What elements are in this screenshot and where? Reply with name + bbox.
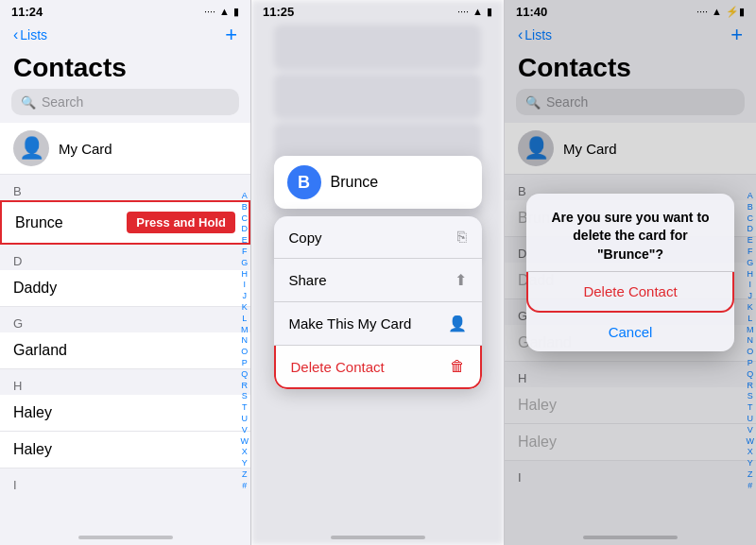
menu-item-delete-label: Delete Contact [291,359,385,375]
alert-overlay: Are you sure you want to delete the card… [505,0,756,545]
my-card-label-1: My Card [59,141,112,157]
person-circle-icon: 👤 [448,315,467,332]
search-icon-1: 🔍 [21,95,36,110]
alpha-b: B [241,202,249,213]
alpha-w: W [241,436,249,447]
alpha-z: Z [241,469,249,480]
alpha-t: T [241,402,249,413]
contact-daddy-1[interactable]: Daddy [0,270,250,307]
alpha-k: K [241,302,249,313]
alpha-hash: # [241,481,249,491]
section-i-1: I [0,468,250,494]
home-indicator-2 [331,536,425,539]
alpha-g: G [241,258,249,268]
alpha-s: S [241,391,249,401]
trash-icon: 🗑 [450,358,465,375]
contact-name-haley1-1: Haley [13,404,52,421]
context-contact-name: Brunce [331,174,379,191]
home-indicator-1 [78,536,173,539]
contact-name-brunce-1: Brunce [15,214,63,231]
panel-2: 11:25 ···· ▲ ▮ B Brunce Copy ⎘ Share ⬆ [251,0,505,545]
chevron-left-icon: ‹ [13,26,18,43]
contact-brunce-1[interactable]: Brunce Press and Hold [0,200,250,245]
alpha-p: P [241,358,249,368]
alpha-f: F [241,247,249,257]
contact-name-daddy-1: Daddy [13,280,57,297]
contact-name-garland-1: Garland [13,342,67,359]
panel-1: 11:24 ···· ▲ ▮ ‹ Lists + Contacts 🔍 Sear… [0,0,251,545]
status-bar-1: 11:24 ···· ▲ ▮ [0,0,250,21]
alpha-j: J [241,291,249,301]
menu-item-make-my-card[interactable]: Make This My Card 👤 [274,302,482,346]
panel-3: 11:40 ···· ▲ ⚡▮ ‹ Lists + Contacts 🔍 Sea… [505,0,756,545]
copy-icon: ⎘ [457,229,467,246]
context-initial: B [298,173,310,193]
press-hold-badge: Press and Hold [127,212,235,233]
section-b-1: B [0,175,250,200]
alpha-index-1: A B C D E F G H I J K L M N O P Q R S T … [239,189,251,493]
back-label-1: Lists [20,27,47,43]
alpha-c: C [241,213,249,224]
delete-contact-button[interactable]: Delete Contact [526,272,734,313]
alpha-a: A [241,191,249,201]
contact-garland-1[interactable]: Garland [0,332,250,369]
contact-haley1-1[interactable]: Haley [0,395,250,432]
context-contact-card: B Brunce [274,156,482,209]
section-h-1: H [0,369,250,395]
alert-buttons: Delete Contact Cancel [526,271,734,351]
signal-icon: ···· [204,6,215,17]
menu-item-copy[interactable]: Copy ⎘ [274,216,482,259]
alpha-u: U [241,414,249,424]
context-menu-list: Copy ⎘ Share ⬆ Make This My Card 👤 Delet… [274,216,482,389]
alpha-q: Q [241,369,249,380]
menu-item-share-label: Share [289,272,327,288]
section-d-1: D [0,245,250,270]
battery-icon: ▮ [233,6,239,18]
alpha-e: E [241,235,249,246]
alert-box: Are you sure you want to delete the card… [526,194,734,352]
nav-bar-1: ‹ Lists + [0,21,250,49]
alpha-i: I [241,280,249,290]
share-icon: ⬆ [455,271,467,289]
alpha-l: L [241,314,249,324]
menu-item-delete[interactable]: Delete Contact 🗑 [274,346,482,389]
alpha-r: R [241,381,249,391]
contact-haley2-1[interactable]: Haley [0,432,250,468]
avatar-1: 👤 [13,130,49,166]
alpha-v: V [241,425,249,435]
menu-item-copy-label: Copy [289,230,322,246]
alert-title: Are you sure you want to delete the card… [526,194,734,272]
status-icons-1: ···· ▲ ▮ [204,6,239,18]
back-button-1[interactable]: ‹ Lists [13,26,47,43]
search-bar-1[interactable]: 🔍 Search [11,89,239,115]
cancel-button[interactable]: Cancel [526,313,734,351]
wifi-icon: ▲ [219,6,230,17]
page-title-1: Contacts [0,49,250,89]
my-card-1[interactable]: 👤 My Card [0,123,250,175]
menu-item-share[interactable]: Share ⬆ [274,259,482,302]
alpha-x: X [241,447,249,457]
status-time-1: 11:24 [11,5,43,19]
search-placeholder-1: Search [42,94,83,110]
add-button-1[interactable]: + [225,25,237,45]
alpha-o: O [241,347,249,357]
section-g-1: G [0,307,250,332]
alpha-m: M [241,325,249,335]
menu-item-make-my-card-label: Make This My Card [289,315,412,332]
context-menu-overlay: B Brunce Copy ⎘ Share ⬆ Make This My Car… [251,0,504,545]
context-avatar: B [287,165,321,199]
alpha-y: Y [241,458,249,468]
person-icon-1: 👤 [19,136,44,161]
alpha-n: N [241,335,249,346]
contact-name-haley2-1: Haley [13,441,52,458]
alpha-d: D [241,224,249,234]
alpha-h: H [241,269,249,280]
